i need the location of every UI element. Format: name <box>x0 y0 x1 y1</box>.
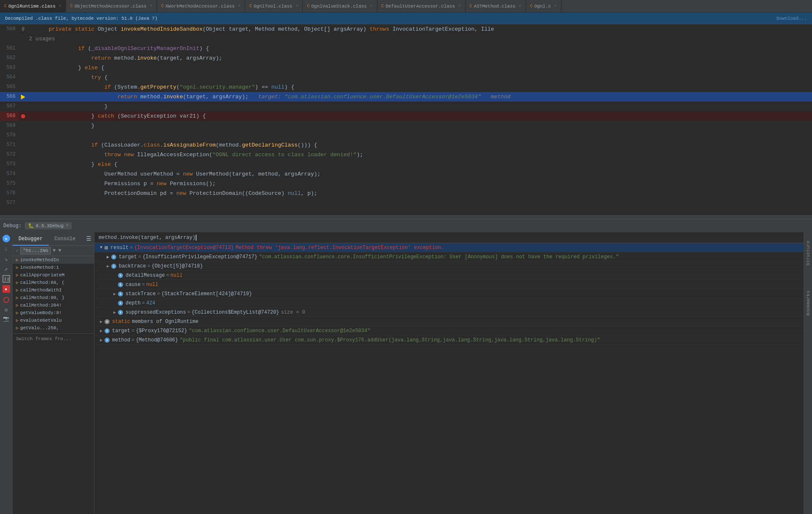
stack-item-9[interactable]: ▷ getValu...250, <box>13 324 94 332</box>
var-row-backtrace[interactable]: ▶ i backtrace = {Object[5]@74718} <box>94 262 804 271</box>
debug-session-close[interactable]: × <box>66 223 68 228</box>
line-num-575: 575 <box>0 179 19 189</box>
resume-button[interactable]: ▶ <box>3 235 10 242</box>
step-over-button[interactable]: ↓ <box>3 245 10 252</box>
tab-icon-objectmethod: C <box>70 4 73 8</box>
call-stack-search-bar: ✓ "ht...ING ▼ ▼ <box>13 246 94 256</box>
stack-item-0[interactable]: ▷ invokeMethodIn <box>13 256 94 264</box>
tab-console[interactable]: Console <box>49 232 81 246</box>
expand-static[interactable]: ▶ <box>98 318 105 325</box>
expand-method[interactable]: ▶ <box>98 337 105 344</box>
var-row-target-outer[interactable]: ▶ i target = {$Proxy176@72152} "com.atla… <box>94 326 804 336</box>
line-num-577: 577 <box>0 198 19 208</box>
expand-backtrace[interactable]: ▶ <box>105 263 111 270</box>
tab-ognltool[interactable]: C OgnlTool.class × <box>245 0 303 13</box>
tab-debugger[interactable]: Debugger <box>13 232 49 246</box>
line-num-563: 563 <box>0 63 19 73</box>
stack-item-1[interactable]: ▷ invokeMethod:1 <box>13 264 94 271</box>
tab-ognlruntime[interactable]: C OgnlRuntime.class × <box>0 0 66 13</box>
tab-ognl[interactable]: C Ognl.c × <box>526 0 562 13</box>
var-static-keyword: static <box>112 319 130 325</box>
var-row-suppressedexceptions[interactable]: ▶ i suppressedExceptions = {Collections$… <box>94 308 804 317</box>
stack-item-label-0: invokeMethodIn <box>20 257 59 262</box>
stack-item-7[interactable]: ▷ getValueBody:9! <box>13 309 94 317</box>
tab-objectmethodaccessor[interactable]: C ObjectMethodAccessor.class × <box>66 0 157 13</box>
expand-target-outer[interactable]: ▶ <box>98 328 105 334</box>
expand-result[interactable]: ▼ <box>98 244 105 251</box>
var-row-depth[interactable]: i depth = 424 <box>94 299 804 308</box>
var-icon-detailmessage: i <box>118 273 123 278</box>
camera-button[interactable]: 📷 <box>3 316 9 322</box>
var-name-detailmessage: detailMessage <box>126 273 165 278</box>
pause-button[interactable]: ▐▐ <box>3 275 10 283</box>
line-num-572: 572 <box>0 150 19 160</box>
tab-close-xwork[interactable]: × <box>238 4 241 8</box>
right-vertical-sidebar: Structure Bookmarks <box>804 232 812 514</box>
stop-button[interactable]: ■ <box>3 285 10 293</box>
settings-button[interactable]: ⚙ <box>5 307 8 313</box>
tab-icon-ognl: C <box>530 4 533 8</box>
editor-scrollbar[interactable] <box>0 215 812 219</box>
line-num-565: 565 <box>0 82 19 92</box>
var-value-depth: 424 <box>146 300 155 306</box>
tab-close-objectmethod[interactable]: × <box>150 4 152 8</box>
step-out-button[interactable]: ↗ <box>3 265 10 273</box>
sidebar-label-structure[interactable]: Structure <box>806 241 811 265</box>
expand-cause[interactable] <box>111 281 118 288</box>
var-exception-msg: Method threw 'java.lang.reflect.Invocati… <box>236 245 444 251</box>
stack-item-6[interactable]: ▷ callMethod:204! <box>13 302 94 309</box>
tab-close-ognl[interactable]: × <box>554 4 557 8</box>
expand-target-inner[interactable]: ▶ <box>105 254 111 260</box>
stack-item-5[interactable]: ▷ callMethod:90, } <box>13 294 94 302</box>
expand-suppressed[interactable]: ▶ <box>111 309 118 316</box>
var-row-static[interactable]: ▶ s static members of OgnlRuntime <box>94 317 804 326</box>
stack-item-2[interactable]: ▷ callAppropriateM <box>13 271 94 279</box>
switch-frames-item[interactable]: Switch frames fro... <box>13 333 94 343</box>
call-stack-list: ▷ invokeMethodIn ▷ invokeMethod:1 ▷ call… <box>13 256 94 514</box>
expand-depth[interactable] <box>111 300 118 307</box>
var-name-depth: depth <box>126 300 141 306</box>
filter-more-icon[interactable]: ▼ <box>58 248 61 254</box>
tab-ognlvaluestack[interactable]: C OgnlValueStack.class × <box>303 0 377 13</box>
toolbar-layout-btn[interactable]: ☰ <box>84 234 93 244</box>
var-icon-static: s <box>105 319 110 324</box>
download-link[interactable]: Download... <box>776 16 807 21</box>
stack-item-icon-5: ▷ <box>16 295 18 300</box>
var-row-detailmessage[interactable]: i detailMessage = null <box>94 271 804 280</box>
var-value-cause: null <box>146 282 158 288</box>
filter-options-icon[interactable]: ▼ <box>52 248 55 254</box>
sidebar-label-bookmarks[interactable]: Bookmarks <box>806 291 811 315</box>
tab-close-ognlruntime[interactable]: × <box>59 4 61 8</box>
variables-panel: method.invoke(target, argsArray) ▼ resul… <box>94 232 804 514</box>
var-row-cause[interactable]: i cause = null <box>94 280 804 289</box>
tab-label-xwork: XWorkMethodAccessor.class <box>165 4 235 9</box>
left-debug-controls: ▶ ↓ ↘ ↗ ▐▐ ■ ⚙ 📷 <box>0 232 13 514</box>
tab-close-ognltool[interactable]: × <box>296 4 298 8</box>
tab-label-objectmethod: ObjectMethodAccessor.class <box>74 4 147 9</box>
var-row-target-inner[interactable]: ▶ i target = {InsufficientPrivilegeExcep… <box>94 252 804 262</box>
tab-close-ognlvaluestack[interactable]: × <box>370 4 372 8</box>
tab-close-astmethod[interactable]: × <box>519 4 521 8</box>
tab-defaultuseraccessor[interactable]: C DefaultUserAccessor.class × <box>377 0 466 13</box>
stack-item-8[interactable]: ▷ evaluateGetValu <box>13 317 94 324</box>
tab-close-defaultuser[interactable]: × <box>458 4 461 8</box>
step-into-button[interactable]: ↘ <box>3 255 10 262</box>
expand-stacktrace[interactable]: ▶ <box>111 291 118 297</box>
tab-xworkmethodaccessor[interactable]: C XWorkMethodAccessor.class × <box>157 0 245 13</box>
stack-item-icon-7: ▷ <box>16 310 18 315</box>
debug-session-item[interactable]: 🐛 8.5.3Debug × <box>25 222 72 229</box>
var-row-result[interactable]: ▼ result = {InvocationTargetException@74… <box>94 243 804 252</box>
expand-detailmessage[interactable] <box>111 272 118 279</box>
mute-breakpoints-button[interactable] <box>3 297 9 303</box>
var-row-stacktrace[interactable]: ▶ i stackTrace = {StackTraceElement[424]… <box>94 289 804 299</box>
code-line-560: 560 @ private static Object invokeMethod… <box>0 24 812 34</box>
var-row-method[interactable]: ▶ i method = {Method@74606} "public fina… <box>94 336 804 345</box>
expression-bar[interactable]: method.invoke(target, argsArray) <box>94 232 804 243</box>
stack-item-label-3: callMethod:68, ( <box>20 280 65 285</box>
stack-item-3[interactable]: ▷ callMethod:68, ( <box>13 279 94 286</box>
stack-item-4[interactable]: ▷ callMethodWithI <box>13 286 94 294</box>
tab-label-ognl: Ognl.c <box>534 4 551 9</box>
search-filter-input[interactable]: "ht...ING <box>20 247 51 254</box>
breakpoint-568[interactable] <box>21 114 25 118</box>
tab-astmethod[interactable]: C ASTMethod.class × <box>466 0 526 13</box>
